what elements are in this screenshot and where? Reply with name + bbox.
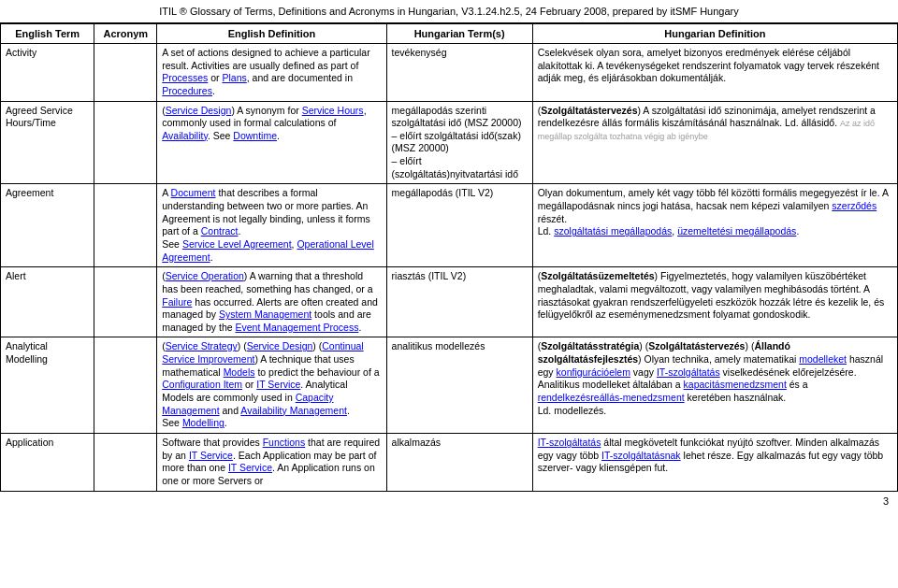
link-modelling[interactable]: Modelling bbox=[182, 417, 224, 428]
link-it-svc-hu2[interactable]: IT-szolgáltatás bbox=[538, 437, 601, 448]
link-system-mgmt[interactable]: System Management bbox=[219, 308, 311, 320]
hungarian-term-alert: riasztás (ITIL V2) bbox=[386, 267, 532, 337]
english-def-agreement: A Document that describes a formal under… bbox=[157, 184, 386, 267]
link-availability[interactable]: Availability bbox=[162, 130, 208, 141]
term-analytical-modelling: Analytical Modelling bbox=[1, 337, 94, 433]
acronym-analytical-modelling bbox=[94, 337, 157, 433]
hungarian-term-activity: tevékenység bbox=[386, 44, 532, 102]
link-it-service2[interactable]: IT Service bbox=[189, 450, 233, 461]
hungarian-def-alert: (Szolgáltatásüzemeltetés) Figyelmeztetés… bbox=[532, 267, 897, 337]
hungarian-term-agreed-service: megállapodás szerinti szolgáltatási idő … bbox=[386, 101, 532, 184]
link-event-mgmt[interactable]: Event Management Process bbox=[236, 322, 359, 333]
acronym-activity bbox=[94, 44, 157, 102]
link-service-strategy[interactable]: Service Strategy bbox=[166, 340, 238, 351]
link-sla-hu[interactable]: szolgáltatási megállapodás bbox=[554, 225, 672, 237]
table-row: Alert (Service Operation) A warning that… bbox=[1, 267, 898, 337]
link-it-service3[interactable]: IT Service bbox=[228, 462, 272, 473]
hungarian-term-agreement: megállapodás (ITIL V2) bbox=[386, 184, 532, 267]
acronym-agreement bbox=[94, 184, 157, 267]
page-number: 3 bbox=[0, 492, 898, 510]
link-document[interactable]: Document bbox=[171, 187, 216, 198]
link-downtime[interactable]: Downtime bbox=[233, 130, 277, 141]
link-konfigelem[interactable]: konfigurációelem bbox=[557, 366, 630, 378]
col-header-hungarian-def: Hungarian Definition bbox=[532, 24, 897, 44]
table-row: Agreed Service Hours/Time (Service Desig… bbox=[1, 101, 898, 184]
acronym-agreed-service bbox=[94, 101, 157, 184]
link-procedures[interactable]: Procedures bbox=[162, 85, 212, 96]
link-ola-hu[interactable]: üzemeltetési megállapodás bbox=[677, 225, 796, 237]
hungarian-term-analytical-modelling: analitikus modellezés bbox=[386, 337, 532, 433]
acronym-application bbox=[94, 433, 157, 491]
hungarian-def-agreed-service: (Szolgáltatástervezés) A szolgáltatási i… bbox=[532, 101, 897, 184]
english-def-analytical-modelling: (Service Strategy) (Service Design) (Con… bbox=[157, 337, 386, 433]
link-szerzodes[interactable]: szerződés bbox=[832, 200, 876, 211]
link-it-svc-hu3[interactable]: IT-szolgáltatásnak bbox=[601, 450, 681, 461]
col-header-hungarian-term: Hungarian Term(s) bbox=[386, 24, 532, 44]
link-service-design[interactable]: Service Design bbox=[166, 105, 232, 116]
link-functions[interactable]: Functions bbox=[263, 437, 306, 448]
acronym-alert bbox=[94, 267, 157, 337]
table-row: Analytical Modelling (Service Strategy) … bbox=[1, 337, 898, 433]
link-contract[interactable]: Contract bbox=[201, 225, 239, 237]
hungarian-def-application: IT-szolgáltatás által megkövetelt funkci… bbox=[532, 433, 897, 491]
hungarian-def-agreement: Olyan dokumentum, amely két vagy több fé… bbox=[532, 184, 897, 267]
term-activity: Activity bbox=[1, 44, 94, 102]
hungarian-def-activity: Cselekvések olyan sora, amelyet bizonyos… bbox=[532, 44, 897, 102]
table-row: Application Software that provides Funct… bbox=[1, 433, 898, 491]
term-alert: Alert bbox=[1, 267, 94, 337]
term-application: Application bbox=[1, 433, 94, 491]
english-def-agreed-service: (Service Design) A synonym for Service H… bbox=[157, 101, 386, 184]
link-failure[interactable]: Failure bbox=[162, 296, 192, 308]
link-sla[interactable]: Service Level Agreement bbox=[182, 238, 292, 250]
hungarian-def-analytical-modelling: (Szolgáltatásstratégia) (Szolgáltatáster… bbox=[532, 337, 897, 433]
english-def-alert: (Service Operation) A warning that a thr… bbox=[157, 267, 386, 337]
link-kapacitas[interactable]: kapacitásmenedzsment bbox=[684, 379, 787, 390]
page-header: ITIL ® Glossary of Terms, Definitions an… bbox=[0, 0, 898, 23]
link-it-service[interactable]: IT Service bbox=[256, 379, 300, 390]
term-agreement: Agreement bbox=[1, 184, 94, 267]
table-row: Activity A set of actions designed to ac… bbox=[1, 44, 898, 102]
link-service-hours[interactable]: Service Hours bbox=[302, 105, 364, 116]
link-service-design2[interactable]: Service Design bbox=[247, 340, 313, 351]
col-header-english-def: English Definition bbox=[157, 24, 386, 44]
english-def-activity: A set of actions designed to achieve a p… bbox=[157, 44, 386, 102]
link-plans[interactable]: Plans bbox=[222, 72, 246, 83]
english-def-application: Software that provides Functions that ar… bbox=[157, 433, 386, 491]
link-models[interactable]: Models bbox=[224, 366, 255, 378]
link-ci[interactable]: Configuration Item bbox=[162, 379, 242, 390]
link-processes[interactable]: Processes bbox=[162, 72, 208, 83]
link-modell[interactable]: modelleket bbox=[799, 353, 847, 365]
link-availability-mgmt[interactable]: Availability Management bbox=[240, 405, 347, 416]
term-agreed-service: Agreed Service Hours/Time bbox=[1, 101, 94, 184]
link-rendelk[interactable]: rendelkezésreállás-menedzsment bbox=[538, 392, 685, 403]
table-row: Agreement A Document that describes a fo… bbox=[1, 184, 898, 267]
col-header-acronym: Acronym bbox=[94, 24, 157, 44]
link-it-svc-hu[interactable]: IT-szolgáltatás bbox=[657, 366, 720, 378]
link-service-operation[interactable]: Service Operation bbox=[166, 270, 244, 281]
hungarian-term-application: alkalmazás bbox=[386, 433, 532, 491]
col-header-term: English Term bbox=[1, 24, 94, 44]
